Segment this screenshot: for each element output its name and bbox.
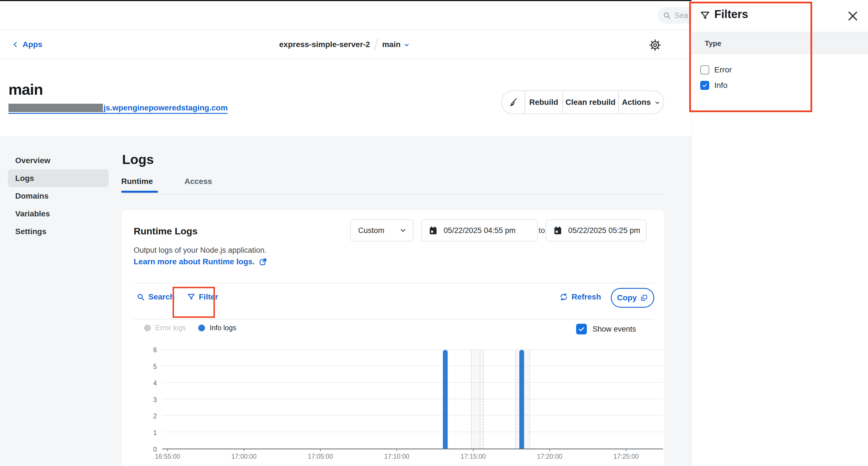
refresh-button-label: Refresh (571, 293, 601, 301)
clean-cache-button[interactable] (502, 91, 525, 113)
chevron-down-icon (399, 227, 407, 234)
runtime-logs-card: Runtime Logs Custom 05/22/2025 04:55 pm … (121, 210, 664, 466)
toolbar-top-divider (134, 283, 654, 284)
y-tick-label: 4 (153, 380, 157, 386)
event-line (516, 350, 516, 448)
show-events-toggle[interactable]: Show events (576, 324, 636, 334)
legend-label: Error logs (155, 324, 186, 332)
chart-legend: Error logs Info logs (144, 324, 236, 332)
environment-title: main (8, 80, 43, 98)
filter-option-label: Error (714, 65, 732, 74)
x-tick-label: 17:25:00 (613, 453, 639, 460)
x-tick-label: 16:55:00 (155, 453, 180, 460)
y-tick-label: 2 (153, 413, 157, 420)
x-tick-label: 17:15:00 (461, 453, 486, 460)
funnel-icon (700, 10, 710, 21)
chart-bar (443, 350, 447, 448)
calendar-icon (428, 226, 438, 235)
date-to-value: 05/22/2025 05:25 pm (568, 226, 640, 235)
show-events-checkbox[interactable] (576, 324, 587, 334)
time-range-select[interactable]: Custom (350, 220, 413, 241)
x-tick-label: 17:10:00 (384, 453, 409, 460)
event-line (471, 350, 471, 448)
filter-section-label: Type (705, 39, 721, 48)
external-link-icon (258, 257, 268, 266)
chevron-down-icon (404, 42, 410, 48)
sidebar-item-overview[interactable]: Overview (8, 152, 108, 169)
legend-label: Info logs (210, 324, 236, 332)
filter-button-label: Filter (199, 293, 218, 301)
sidebar-item-domains[interactable]: Domains (8, 187, 108, 205)
x-tick-mark (244, 448, 244, 451)
branch-name: main (382, 40, 400, 49)
filters-panel: Filters Type Error Info (691, 0, 868, 466)
tab-label: Runtime (121, 177, 153, 186)
close-panel-button[interactable] (846, 9, 859, 23)
x-tick-mark (167, 448, 168, 451)
event-line (483, 350, 484, 448)
event-line (480, 350, 480, 448)
card-description: Output logs of your Node.js application. (134, 246, 267, 255)
clean-rebuild-button[interactable]: Clean rebuild (562, 91, 618, 113)
filter-option-error[interactable]: Error (700, 65, 732, 74)
sidebar-item-logs[interactable]: Logs (8, 169, 108, 187)
filters-panel-title: Filters (714, 8, 748, 21)
y-tick-label: 0 (153, 446, 157, 453)
time-range-value: Custom (358, 226, 384, 235)
settings-gear-button[interactable] (649, 39, 661, 52)
x-tick-mark (549, 448, 550, 451)
log-search-button[interactable]: Search (136, 293, 175, 301)
tab-label: Access (184, 177, 212, 186)
sidebar-item-label: Settings (15, 227, 46, 236)
y-tick-label: 1 (153, 430, 157, 436)
toolbar-bottom-divider (134, 319, 654, 320)
refresh-button[interactable]: Refresh (559, 293, 601, 301)
filter-section-type: Type (692, 32, 868, 54)
sidebar-item-label: Logs (15, 174, 34, 183)
rebuild-button[interactable]: Rebuild (525, 91, 562, 113)
date-from-input[interactable]: 05/22/2025 04:55 pm (421, 220, 538, 241)
y-tick-label: 6 (153, 347, 157, 353)
learn-more-label: Learn more about Runtime logs. (134, 257, 255, 266)
legend-dot (144, 325, 151, 331)
log-filter-button[interactable]: Filter (187, 293, 218, 301)
tab-runtime[interactable]: Runtime (121, 177, 158, 192)
copy-button-label: Copy (617, 293, 637, 302)
sidebar-item-settings[interactable]: Settings (8, 223, 108, 240)
x-tick-label: 17:00:00 (231, 453, 257, 460)
refresh-icon (559, 293, 568, 301)
branch-selector[interactable]: main (382, 40, 409, 49)
filter-option-info[interactable]: Info (700, 81, 727, 90)
legend-info-logs[interactable]: Info logs (198, 324, 236, 332)
x-tick-mark (626, 448, 626, 451)
actions-menu-button[interactable]: Actions (618, 91, 663, 113)
sidebar-item-label: Overview (15, 156, 51, 165)
environment-actions-group: Rebuild Clean rebuild Actions (501, 91, 664, 114)
x-tick-mark (397, 448, 397, 451)
event-band (471, 350, 483, 448)
close-icon (846, 9, 859, 23)
sidebar-item-label: Domains (15, 192, 49, 201)
chart-x-axis: 16:55:0017:00:0017:05:0017:10:0017:15:00… (162, 453, 663, 461)
legend-dot (198, 325, 205, 331)
back-to-apps-link[interactable]: Apps (12, 30, 42, 59)
environment-url-link[interactable]: js.wpenginepoweredstaging.com (8, 104, 227, 114)
environment-url-text: js.wpenginepoweredstaging.com (103, 104, 227, 112)
chart-y-axis: 0123456 (137, 350, 160, 450)
gridline (162, 382, 663, 383)
date-to-input[interactable]: 05/22/2025 05:25 pm (546, 220, 647, 241)
error-checkbox[interactable] (700, 65, 709, 74)
tab-access[interactable]: Access (179, 177, 217, 192)
event-line (530, 350, 530, 448)
learn-more-link[interactable]: Learn more about Runtime logs. (134, 257, 268, 266)
search-button-label: Search (148, 293, 175, 301)
sidebar-item-label: Variables (15, 209, 50, 218)
info-checkbox[interactable] (700, 81, 709, 90)
x-tick-label: 17:05:00 (308, 453, 333, 460)
chart-bar (519, 350, 524, 448)
legend-error-logs[interactable]: Error logs (144, 324, 186, 332)
page-title: Logs (122, 152, 154, 167)
sidebar-item-variables[interactable]: Variables (8, 205, 108, 223)
copy-button[interactable]: Copy (611, 288, 654, 308)
redacted-url-prefix (8, 104, 103, 112)
